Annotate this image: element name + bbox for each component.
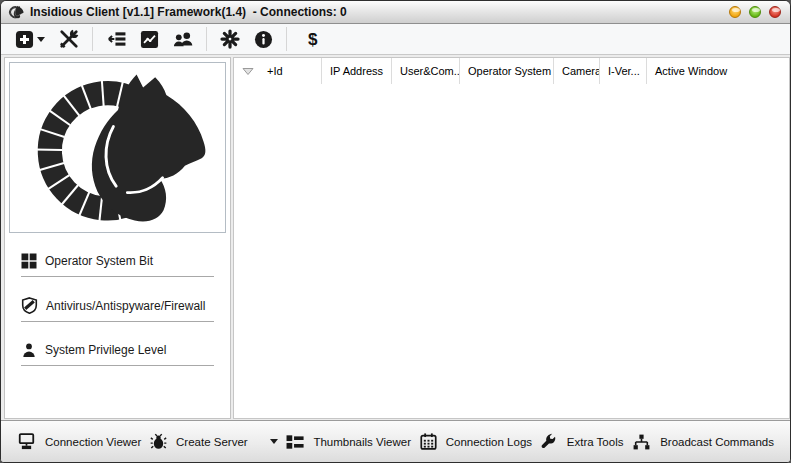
divider: [21, 276, 214, 277]
column-header-id[interactable]: +Id: [234, 58, 322, 84]
burst-icon: [220, 29, 240, 49]
toolbar-separator: [92, 27, 93, 51]
chevron-down-icon: [37, 37, 45, 42]
pipe-network-icon: [632, 434, 651, 450]
users-button[interactable]: [169, 28, 197, 50]
settings-tools-button[interactable]: [55, 27, 83, 51]
divider: [21, 365, 214, 366]
create-server-button[interactable]: Create Server: [150, 433, 278, 450]
close-button[interactable]: [769, 6, 781, 18]
add-server-button[interactable]: [11, 28, 49, 51]
app-logo-horse-icon: [8, 5, 24, 19]
tools-icon: [59, 29, 79, 49]
app-window: Insidious Client [v1.1] Framework(1.4) -…: [0, 0, 791, 463]
thumbnail-list-icon: [286, 434, 304, 450]
assign-list-icon: [106, 31, 126, 47]
main-area: Operator System Bit Antivirus/Antispywar…: [1, 55, 790, 420]
column-header-label: Operator System: [468, 65, 551, 77]
users-icon: [173, 30, 193, 48]
calendar-icon: [420, 433, 437, 450]
table-body-empty: [234, 84, 789, 418]
filter-dropdown-icon[interactable]: [242, 67, 254, 76]
table-header-row: +Id IP Address User&Com... Operator Syst…: [234, 58, 789, 84]
sidebar-item-label: Operator System Bit: [45, 254, 153, 268]
shield-icon: [21, 297, 38, 314]
column-header-label: Camera: [562, 65, 600, 77]
trojan-horse-logo: [22, 69, 214, 227]
window-controls: [729, 6, 781, 18]
connection-logs-button[interactable]: Connection Logs: [420, 433, 532, 450]
bottom-item-label: Extra Tools: [567, 436, 624, 448]
toolbar-separator: [286, 27, 287, 51]
dollar-icon: $: [300, 31, 325, 48]
divider: [21, 321, 214, 322]
sidebar-item-label: System Privilege Level: [45, 343, 166, 357]
statistics-button[interactable]: [136, 28, 163, 51]
info-sidebar: Operator System Bit Antivirus/Antispywar…: [4, 57, 231, 419]
sidebar-item-os-bit: Operator System Bit: [9, 253, 226, 277]
sidebar-item-antivirus: Antivirus/Antispyware/Firewall: [9, 297, 226, 322]
column-header-camera[interactable]: Camera: [554, 58, 600, 84]
column-header-version[interactable]: I-Ver...: [600, 58, 647, 84]
about-button[interactable]: [250, 28, 277, 51]
column-header-ip[interactable]: IP Address: [322, 58, 392, 84]
donate-button[interactable]: $: [296, 29, 329, 50]
column-header-label: I-Ver...: [608, 65, 640, 77]
logo-panel: [9, 62, 226, 233]
bottom-toolbar: Connection Viewer Create Server: [1, 420, 790, 462]
os-squares-icon: [21, 253, 37, 269]
bottom-item-label: Thumbnails Viewer: [313, 436, 411, 448]
sidebar-item-label: Antivirus/Antispyware/Firewall: [46, 299, 205, 313]
title-bar[interactable]: Insidious Client [v1.1] Framework(1.4) -…: [1, 1, 790, 24]
maximize-button[interactable]: [749, 6, 761, 18]
chart-icon: [140, 30, 159, 49]
wrench-icon: [541, 433, 558, 450]
column-header-label: IP Address: [330, 65, 383, 77]
person-icon: [21, 342, 37, 358]
assign-list-button[interactable]: [102, 29, 130, 49]
bottom-item-label: Connection Logs: [446, 436, 532, 448]
add-server-icon: [15, 30, 34, 49]
builder-settings-button[interactable]: [216, 27, 244, 51]
connection-viewer-button[interactable]: Connection Viewer: [17, 433, 141, 450]
connections-table: +Id IP Address User&Com... Operator Syst…: [233, 57, 790, 419]
sidebar-item-privilege: System Privilege Level: [9, 342, 226, 366]
info-icon: [254, 30, 273, 49]
column-header-os[interactable]: Operator System: [460, 58, 554, 84]
minimize-button[interactable]: [729, 6, 741, 18]
column-header-label: Active Window: [655, 65, 727, 77]
column-header-user[interactable]: User&Com...: [392, 58, 460, 84]
chevron-down-icon[interactable]: [270, 439, 278, 444]
extra-tools-button[interactable]: Extra Tools: [541, 433, 624, 450]
bottom-item-label: Create Server: [176, 436, 248, 448]
broadcast-commands-button[interactable]: Broadcast Commands: [632, 434, 774, 450]
bottom-item-label: Broadcast Commands: [660, 436, 774, 448]
monitor-network-icon: [17, 433, 36, 450]
column-header-active-window[interactable]: Active Window: [647, 58, 789, 84]
thumbnails-viewer-button[interactable]: Thumbnails Viewer: [286, 434, 411, 450]
window-title: Insidious Client [v1.1] Framework(1.4) -…: [30, 5, 347, 19]
column-header-label: User&Com...: [400, 65, 460, 77]
bug-icon: [150, 433, 167, 450]
bottom-item-label: Connection Viewer: [45, 436, 141, 448]
toolbar-separator: [206, 27, 207, 51]
column-header-label: +Id: [267, 65, 283, 77]
top-toolbar: $: [1, 24, 790, 55]
